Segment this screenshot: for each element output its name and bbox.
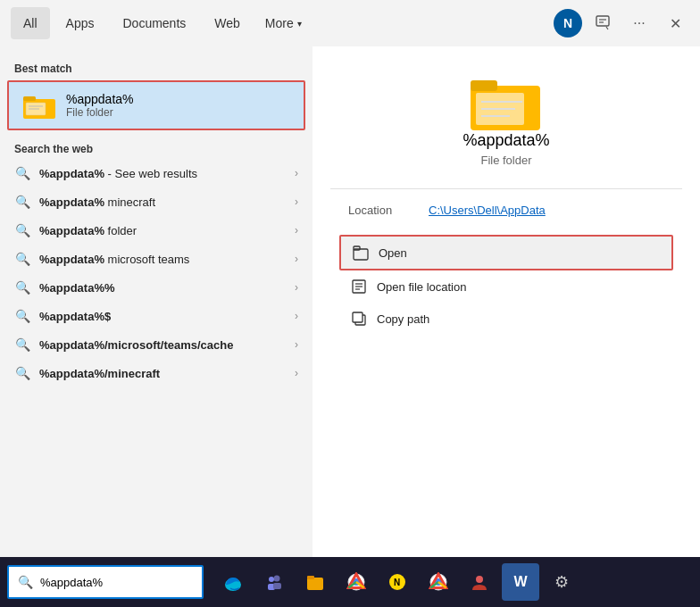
svg-point-23	[274, 576, 280, 582]
taskbar-chrome2[interactable]	[420, 563, 457, 601]
list-item[interactable]: 🔍 %appdata% microsoft teams ›	[0, 245, 312, 273]
edge-icon	[223, 572, 243, 592]
file-location-icon	[350, 278, 368, 295]
taskbar-search-text: %appdata%	[40, 576, 103, 589]
remote-icon	[470, 572, 489, 592]
info-row: Location C:\Users\Dell\AppData	[330, 204, 682, 217]
list-item[interactable]: 🔍 %appdata%/minecraft ›	[0, 359, 312, 387]
result-subtitle: File folder	[480, 154, 531, 167]
chevron-right-icon: ›	[295, 167, 298, 179]
svg-rect-4	[23, 96, 36, 101]
copy-path-action[interactable]: Copy path	[339, 303, 673, 335]
teams-icon	[264, 572, 284, 592]
best-match-sub: File folder	[66, 106, 134, 119]
folder-icon	[23, 89, 55, 121]
best-match-item[interactable]: %appdata% File folder	[7, 80, 305, 130]
taskbar-chrome[interactable]	[338, 563, 375, 601]
divider	[330, 188, 682, 189]
folder-open-icon	[352, 244, 370, 262]
open-action[interactable]: Open	[339, 235, 673, 270]
location-value[interactable]: C:\Users\Dell\AppData	[429, 204, 546, 217]
list-item[interactable]: 🔍 %appdata%$ ›	[0, 302, 312, 330]
more-options-button[interactable]: ···	[625, 9, 654, 37]
svg-rect-21	[353, 312, 362, 322]
tab-web[interactable]: Web	[202, 7, 253, 39]
taskbar-remote[interactable]	[461, 563, 498, 601]
best-match-label: Best match	[0, 57, 312, 79]
svg-point-35	[476, 576, 483, 583]
taskbar-settings[interactable]: ⚙	[543, 563, 580, 601]
svg-rect-27	[307, 578, 323, 590]
search-icon: 🔍	[14, 279, 30, 295]
feedback-button[interactable]	[589, 9, 618, 37]
search-icon: 🔍	[14, 365, 30, 381]
open-file-location-action[interactable]: Open file location	[339, 270, 673, 303]
tab-documents[interactable]: Documents	[110, 7, 198, 39]
taskbar-search-icon: 🔍	[18, 575, 33, 589]
chevron-down-icon: ▾	[297, 19, 302, 29]
taskbar-word[interactable]: W	[502, 563, 539, 601]
best-match-title: %appdata%	[66, 92, 134, 106]
tab-all[interactable]: All	[11, 7, 50, 39]
search-icon: 🔍	[14, 194, 30, 210]
svg-rect-15	[354, 246, 360, 250]
web-search-label: Search the web	[0, 137, 312, 159]
chevron-right-icon: ›	[295, 367, 298, 379]
svg-point-24	[269, 577, 274, 582]
search-icon: 🔍	[14, 337, 30, 353]
copy-path-label: Copy path	[377, 312, 429, 326]
taskbar-edge[interactable]	[214, 563, 252, 601]
action-list: Open Open file location	[330, 235, 682, 335]
copy-icon	[350, 310, 368, 328]
result-title: %appdata%	[462, 131, 549, 150]
taskbar-teams[interactable]	[255, 563, 293, 601]
open-label: Open	[379, 246, 407, 260]
chevron-right-icon: ›	[295, 281, 298, 294]
chevron-right-icon: ›	[295, 310, 298, 322]
chevron-right-icon: ›	[295, 224, 298, 237]
list-item[interactable]: 🔍 %appdata%% ›	[0, 273, 312, 302]
tab-more[interactable]: More ▾	[256, 9, 311, 37]
open-file-location-label: Open file location	[377, 280, 466, 294]
svg-rect-9	[471, 80, 497, 91]
chevron-right-icon: ›	[295, 195, 298, 208]
list-item[interactable]: 🔍 %appdata%/microsoft/teams/cache ›	[0, 330, 312, 359]
svg-text:N: N	[394, 578, 400, 587]
search-icon: 🔍	[14, 308, 30, 324]
location-label: Location	[348, 204, 429, 217]
search-icon: 🔍	[14, 165, 30, 181]
main-content: Best match %appdata% File folder Search …	[0, 46, 700, 557]
svg-rect-0	[596, 16, 609, 26]
close-button[interactable]: ✕	[661, 9, 689, 37]
chevron-right-icon: ›	[295, 338, 298, 351]
svg-rect-26	[273, 583, 281, 589]
files-icon	[305, 572, 325, 592]
word-icon: W	[513, 574, 527, 590]
svg-rect-14	[354, 249, 368, 260]
taskbar-search-box[interactable]: 🔍 %appdata%	[7, 565, 204, 599]
norton-icon: N	[388, 572, 407, 592]
chrome2-icon	[429, 572, 448, 592]
avatar: N	[554, 9, 582, 37]
list-item[interactable]: 🔍 %appdata% minecraft ›	[0, 187, 312, 216]
right-panel: %appdata% File folder Location C:\Users\…	[312, 46, 700, 557]
taskbar-files[interactable]	[296, 563, 334, 601]
chevron-right-icon: ›	[295, 253, 298, 265]
chrome-icon	[346, 572, 366, 592]
top-nav: All Apps Documents Web More ▾ N ··· ✕	[0, 0, 700, 46]
folder-icon-large	[471, 73, 542, 131]
left-panel: Best match %appdata% File folder Search …	[0, 46, 312, 557]
search-icon: 🔍	[14, 222, 30, 238]
taskbar: 🔍 %appdata%	[0, 557, 700, 607]
list-item[interactable]: 🔍 %appdata% folder ›	[0, 216, 312, 245]
search-icon: 🔍	[14, 251, 30, 267]
svg-rect-28	[307, 576, 314, 579]
settings-icon: ⚙	[554, 572, 569, 592]
list-item[interactable]: 🔍 %appdata% - See web results ›	[0, 159, 312, 187]
feedback-icon	[596, 15, 612, 31]
tab-apps[interactable]: Apps	[54, 7, 107, 39]
nav-right: N ··· ✕	[554, 9, 689, 37]
taskbar-norton[interactable]: N	[379, 563, 416, 601]
